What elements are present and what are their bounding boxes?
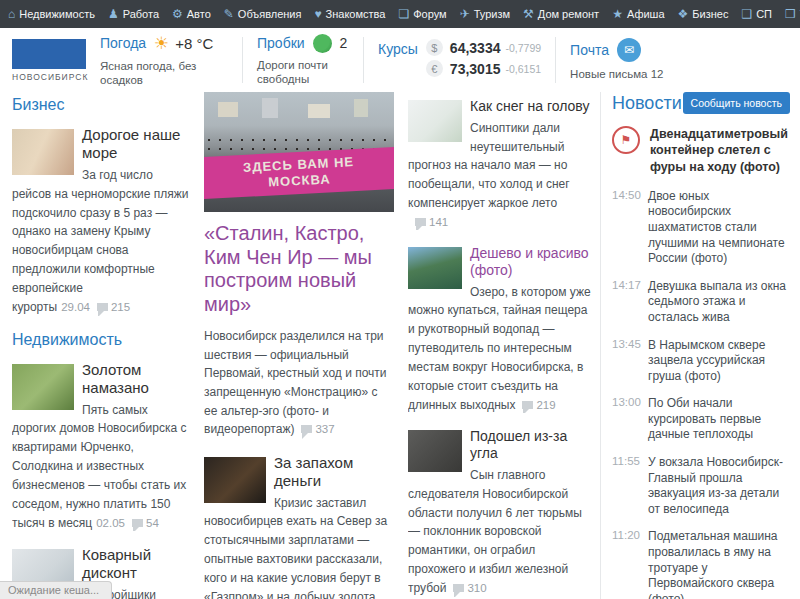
usd-value: 64,3334 <box>450 40 501 56</box>
article-thumbnail[interactable] <box>408 430 462 472</box>
section-real-estate[interactable]: Недвижимость <box>12 331 192 349</box>
news-link[interactable]: Двое юных новосибирских шахматистов стал… <box>648 189 790 267</box>
tv-icon: ❒ <box>785 8 796 20</box>
news-time: 14:50 <box>612 189 642 267</box>
article: Как снег на голову Синоптики дали неутеш… <box>408 98 594 230</box>
news-time: 11:55 <box>612 455 642 517</box>
traffic-link[interactable]: Пробки <box>257 35 305 51</box>
article-date: 02.05 <box>96 517 125 529</box>
nav-business[interactable]: ❖Бизнес <box>678 8 729 20</box>
mail-link[interactable]: Почта <box>570 42 609 58</box>
mail-icon[interactable]: ✉ <box>617 38 641 62</box>
nav-jobs[interactable]: ♟Работа <box>108 8 159 20</box>
comment-count[interactable]: 141 <box>429 216 448 228</box>
browser-status-bar: Ожидание кеша... <box>0 581 112 599</box>
new-mail-label: Новые письма <box>570 68 647 80</box>
protest-poster <box>262 98 278 118</box>
main-article-title[interactable]: «Сталин, Кастро, Ким Чен Ир — мы построи… <box>204 222 394 316</box>
news-item: 11:55У вокзала Новосибирск-Главный прошл… <box>612 455 790 517</box>
ngs-logo[interactable]: НГС НОВОСИБИРСК <box>12 39 86 82</box>
currency-widget: Курсы $ 64,3334 -0,7799 € 73,3015 -0,615… <box>378 39 541 81</box>
article-thumbnail[interactable] <box>12 364 74 410</box>
briefcase-icon: ❖ <box>678 8 689 20</box>
news-link[interactable]: По Оби начали курсировать первые дачные … <box>648 396 790 443</box>
article: Золотом намазано Пять самых дорогих домо… <box>12 361 192 532</box>
news-link[interactable]: Подметальная машина провалилась в яму на… <box>648 529 790 599</box>
eur-value: 73,3015 <box>450 61 501 77</box>
nav-classifieds[interactable]: ✎Объявления <box>224 8 302 20</box>
traffic-description: Дороги почти свободны <box>257 58 349 87</box>
comment-count[interactable]: 337 <box>315 423 334 435</box>
comment-icon <box>97 303 108 311</box>
comment-count[interactable]: 54 <box>146 517 159 529</box>
breaking-news-title[interactable]: Двенадцатиметровый контейнер слетел с фу… <box>650 126 790 175</box>
article: Подошел из-за угла Сын главного следоват… <box>408 428 594 596</box>
rates-link[interactable]: Курсы <box>378 41 418 81</box>
nav-dating[interactable]: ♥Знакомства <box>314 8 385 20</box>
news-link[interactable]: В Нарымском сквере зацвела уссурийская г… <box>648 338 790 385</box>
news-time: 11:20 <box>612 529 642 599</box>
breaking-news-item[interactable]: ⚑ Двенадцатиметровый контейнер слетел с … <box>612 126 790 175</box>
article-thumbnail[interactable] <box>408 247 462 289</box>
article: Дорогое наше море За год число рейсов на… <box>12 126 192 316</box>
logo-city: НОВОСИБИРСК <box>12 72 86 82</box>
temperature-value: +8 °C <box>175 35 213 52</box>
comment-count[interactable]: 215 <box>111 301 130 313</box>
news-item: 14:17Девушка выпала из окна седьмого эта… <box>612 279 790 326</box>
nav-tourism[interactable]: ✈Туризм <box>460 8 510 20</box>
mail-widget: Почта ✉ Новые письма 12 <box>570 38 680 81</box>
article-thumbnail[interactable] <box>408 100 462 142</box>
car-icon: ⚙ <box>172 8 183 20</box>
tools-icon: ⚒ <box>523 8 534 20</box>
building-icon: ⌂ <box>8 8 15 20</box>
worker-icon: ♟ <box>108 8 119 20</box>
weather-link[interactable]: Погода <box>100 35 146 51</box>
nav-afisha[interactable]: ★Афиша <box>612 8 664 20</box>
comment-icon <box>132 519 143 527</box>
nav-real-estate[interactable]: ⌂Недвижимость <box>8 8 95 20</box>
site-header: НГС НОВОСИБИРСК Погода ☀ +8 °C Ясная пог… <box>0 28 800 92</box>
article-thumbnail[interactable] <box>204 457 266 503</box>
board-icon: ✎ <box>224 8 234 20</box>
news-item: 13:00По Оби начали курсировать первые да… <box>612 396 790 443</box>
main-article-photo[interactable]: ЗДЕСЬ ВАМ НЕ МОСКВА <box>204 92 394 212</box>
protest-poster <box>308 104 330 118</box>
comment-icon <box>415 218 426 226</box>
nav-tv[interactable]: ❒ТВ <box>785 8 800 20</box>
nav-forum[interactable]: ❏Форум <box>398 8 446 20</box>
comment-count[interactable]: 310 <box>467 582 486 594</box>
news-item: 11:20Подметальная машина провалилась в я… <box>612 529 790 599</box>
article-snippet: Кризис заставил новосибирцев ехать на Се… <box>204 496 387 599</box>
top-navigation: ⌂Недвижимость ♟Работа ⚙Авто ✎Объявления … <box>0 0 800 28</box>
divider <box>363 37 364 83</box>
nav-home-repair[interactable]: ⚒Дом ремонт <box>523 8 599 20</box>
usd-icon: $ <box>426 39 443 56</box>
traffic-level-icon <box>313 34 332 53</box>
news-heading: Новости <box>612 93 682 114</box>
section-business[interactable]: Бизнес <box>12 96 192 114</box>
news-item: 14:50Двое юных новосибирских шахматистов… <box>612 189 790 267</box>
sun-icon: ☀ <box>154 33 169 54</box>
nav-auto[interactable]: ⚙Авто <box>172 8 211 20</box>
news-link[interactable]: Девушка выпала из окна седьмого этажа и … <box>648 279 790 326</box>
cart-icon: ❑ <box>741 8 752 20</box>
article-thumbnail[interactable] <box>12 129 74 175</box>
article: Дешево и красиво (фото) Озеро, в котором… <box>408 245 594 413</box>
comment-icon <box>301 425 312 433</box>
banner-text: ЗДЕСЬ ВАМ НЕ МОСКВА <box>228 154 369 192</box>
news-link[interactable]: У вокзала Новосибирск-Главный прошла эва… <box>648 455 790 517</box>
center-column: ЗДЕСЬ ВАМ НЕ МОСКВА «Сталин, Кастро, Ким… <box>204 92 394 599</box>
report-news-button[interactable]: Сообщить новость <box>683 92 790 114</box>
column-divider <box>600 92 601 599</box>
protest-poster <box>218 102 238 117</box>
palm-icon: ✈ <box>460 8 470 20</box>
usd-delta: -0,7799 <box>505 42 541 54</box>
nav-joint-purchases[interactable]: ❑СП <box>741 8 772 20</box>
logo-text: НГС <box>12 39 86 69</box>
new-mail-count: 12 <box>651 68 664 80</box>
article: За запахом деньги Кризис заставил новоси… <box>204 454 394 599</box>
left-column: Бизнес Дорогое наше море За год число ре… <box>12 92 192 599</box>
traffic-level-value: 2 <box>340 35 348 51</box>
comment-count[interactable]: 219 <box>536 399 555 411</box>
protest-banner: ЗДЕСЬ ВАМ НЕ МОСКВА <box>204 147 394 200</box>
